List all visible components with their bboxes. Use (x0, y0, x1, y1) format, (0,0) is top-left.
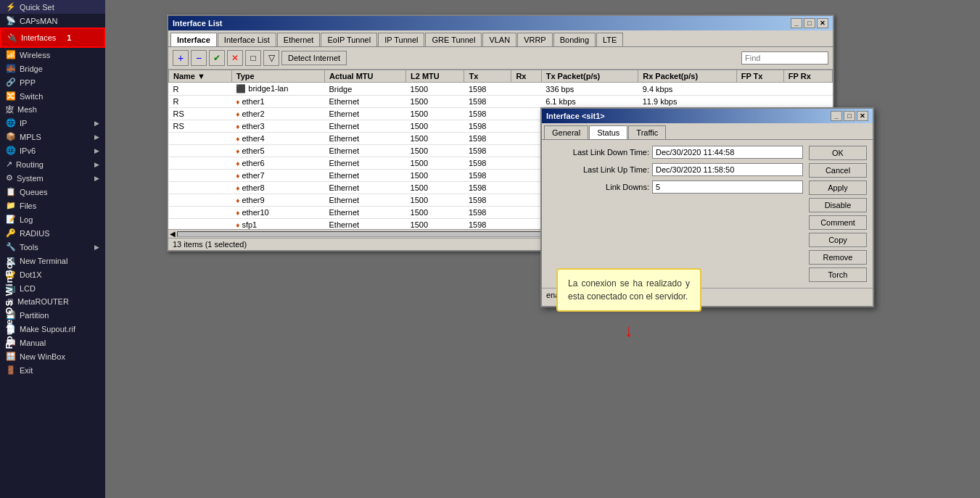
sidebar-item-capsman[interactable]: 📡 CAPsMAN (0, 14, 105, 28)
tab-bonding[interactable]: Bonding (553, 33, 596, 46)
tab-gre-tunnel[interactable]: GRE Tunnel (425, 33, 482, 46)
detail-tab-traffic[interactable]: Traffic (628, 125, 666, 139)
sidebar-item-label: Partition (20, 311, 49, 320)
disable-button[interactable]: ✕ (227, 50, 243, 66)
sidebar-item-label: PPP (20, 78, 36, 87)
sidebar-item-label: CAPsMAN (20, 17, 58, 25)
tab-ip-tunnel[interactable]: IP Tunnel (378, 33, 424, 46)
col-tx-pps[interactable]: Tx Packet(p/s) (541, 70, 638, 83)
row-name: ♦ ether8 (231, 182, 324, 194)
sidebar-item-quick-set[interactable]: ⚡ Quick Set (0, 0, 105, 14)
apply-button[interactable]: Apply (809, 180, 867, 195)
sidebar-item-tools[interactable]: 🔧 Tools ▶ (0, 240, 105, 254)
sidebar-item-label: System (17, 174, 44, 183)
col-rx[interactable]: Rx (511, 70, 541, 83)
sidebar-item-system[interactable]: ⚙ System ▶ (0, 171, 105, 185)
enable-button[interactable]: ✔ (209, 50, 225, 66)
detail-minimize-button[interactable]: _ (831, 111, 842, 121)
copy-button[interactable]: □ (245, 50, 261, 66)
col-type[interactable]: Type (231, 70, 324, 83)
table-row[interactable]: R ⬛ bridge1-lan Bridge 1500 1598 336 bps… (169, 83, 833, 96)
detail-tab-status[interactable]: Status (589, 125, 627, 139)
add-button[interactable]: + (173, 50, 189, 66)
remove-button[interactable]: − (191, 50, 207, 66)
row-mtu: 1500 (406, 83, 464, 96)
col-tx[interactable]: Tx (464, 70, 511, 83)
col-fp-rx[interactable]: FP Rx (783, 70, 832, 83)
sidebar-item-interfaces[interactable]: 🔌 Interfaces 1 (0, 28, 105, 48)
detect-internet-button[interactable]: Detect Internet (281, 51, 347, 65)
sidebar-item-files[interactable]: 📁 Files (0, 199, 105, 212)
col-actual-mtu[interactable]: Actual MTU (324, 70, 405, 83)
last-link-down-row: Last Link Down Time: (548, 146, 803, 159)
row-l2mtu: 1598 (464, 133, 511, 145)
cancel-button[interactable]: Cancel (809, 163, 867, 178)
detail-window-controls: _ □ ✕ (831, 111, 868, 121)
filter-button[interactable]: ▽ (263, 50, 279, 66)
row-name: ♦ ether9 (231, 194, 324, 207)
detail-maximize-button[interactable]: □ (844, 111, 855, 121)
ok-button[interactable]: OK (809, 146, 867, 160)
maximize-button[interactable]: □ (804, 18, 815, 28)
sidebar-item-exit[interactable]: 🚪 Exit (0, 363, 105, 377)
sidebar-item-label: Bridge (20, 65, 43, 73)
sidebar-item-switch[interactable]: 🔀 Switch (0, 89, 105, 103)
table-row[interactable]: R ♦ ether1 Ethernet 1500 1598 6.1 kbps 1… (169, 96, 833, 108)
tab-eoip-tunnel[interactable]: EoIP Tunnel (321, 33, 377, 46)
row-rxpps (736, 83, 783, 96)
sidebar-item-label: Manual (20, 339, 46, 347)
torch-button[interactable]: Torch (809, 267, 867, 282)
row-l2mtu: 1598 (464, 120, 511, 133)
winbox-icon: 🪟 (6, 352, 16, 361)
tab-interface[interactable]: Interface (170, 33, 217, 46)
row-name: ♦ ether7 (231, 170, 324, 182)
row-name: ♦ ether5 (231, 145, 324, 157)
sidebar-item-label: Interfaces (21, 33, 56, 42)
chevron-right-icon: ▶ (94, 133, 99, 141)
last-link-down-value[interactable] (652, 146, 803, 159)
detail-title: Interface <sit1> (546, 112, 605, 120)
detail-tab-general[interactable]: General (544, 125, 588, 139)
row-name: ⬛ bridge1-lan (231, 83, 324, 96)
sidebar-item-radius[interactable]: 🔑 RADIUS (0, 226, 105, 240)
col-rx-pps[interactable]: Rx Packet(p/s) (638, 70, 736, 83)
sidebar-item-ipv6[interactable]: 🌐 IPv6 ▶ (0, 144, 105, 157)
sidebar-item-ip[interactable]: 🌐 IP ▶ (0, 116, 105, 130)
col-fp-tx[interactable]: FP Tx (736, 70, 783, 83)
bridge-icon: 🌉 (6, 64, 16, 73)
tab-interface-list[interactable]: Interface List (218, 33, 276, 46)
tab-lte[interactable]: LTE (596, 33, 623, 46)
sidebar-item-routing[interactable]: ↗ Routing ▶ (0, 157, 105, 171)
disable-button[interactable]: Disable (809, 198, 867, 212)
tab-ethernet[interactable]: Ethernet (277, 33, 321, 46)
minimize-button[interactable]: _ (791, 18, 802, 28)
col-l2-mtu[interactable]: L2 MTU (406, 70, 464, 83)
detail-close-button[interactable]: ✕ (857, 111, 868, 121)
tab-vrrp[interactable]: VRRP (517, 33, 553, 46)
sidebar-item-mpls[interactable]: 📦 MPLS ▶ (0, 130, 105, 144)
find-input[interactable] (741, 51, 828, 65)
copy-button-detail[interactable]: Copy (809, 233, 867, 247)
sidebar-item-queues[interactable]: 📋 Queues (0, 185, 105, 199)
row-name: ♦ ether1 (231, 96, 324, 108)
sidebar-item-mesh[interactable]: 🕸 Mesh (0, 103, 105, 116)
remove-button-detail[interactable]: Remove (809, 250, 867, 265)
sidebar-item-label: MetaROUTER (17, 297, 69, 306)
row-mtu: 1500 (406, 133, 464, 145)
interface-detail-window: Interface <sit1> _ □ ✕ General Status Tr… (540, 107, 874, 307)
interface-list-title: Interface List (173, 19, 222, 28)
tab-vlan[interactable]: VLAN (482, 33, 516, 46)
row-name: ♦ sfp1 (231, 219, 324, 230)
comment-button[interactable]: Comment (809, 215, 867, 230)
sidebar-item-bridge[interactable]: 🌉 Bridge (0, 62, 105, 75)
close-button[interactable]: ✕ (817, 18, 828, 28)
last-link-up-value[interactable] (652, 163, 803, 176)
col-name[interactable]: Name ▼ (169, 70, 232, 83)
link-downs-value[interactable] (652, 180, 803, 194)
sidebar-item-log[interactable]: 📝 Log (0, 212, 105, 226)
link-downs-label: Link Downs: (548, 183, 649, 191)
sidebar-item-label: New WinBox (20, 352, 65, 361)
sidebar-item-wireless[interactable]: 📶 Wireless (0, 48, 105, 62)
mpls-icon: 📦 (6, 132, 16, 141)
sidebar-item-ppp[interactable]: 🔗 PPP (0, 75, 105, 89)
